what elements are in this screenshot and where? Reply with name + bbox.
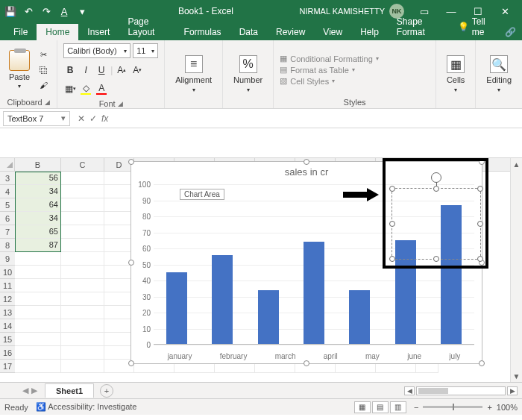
cell[interactable]	[104, 306, 134, 319]
tab-nav-prev-icon[interactable]: ◀	[22, 386, 28, 395]
underline-button[interactable]: U	[95, 63, 108, 77]
cell[interactable]	[61, 319, 104, 333]
cell[interactable]	[61, 212, 104, 225]
bold-button[interactable]: B	[63, 63, 77, 77]
format-as-table-button[interactable]: ▤Format as Table ▾	[280, 65, 379, 75]
zoom-in-button[interactable]: +	[487, 403, 491, 412]
worksheet[interactable]: BCDEFGHIJKL 34567891011121314151617 5634…	[0, 158, 522, 382]
cell[interactable]	[15, 292, 61, 306]
cell[interactable]	[104, 225, 134, 239]
row-header-14[interactable]: 14	[0, 319, 15, 333]
tab-insert[interactable]: Insert	[78, 24, 119, 40]
conditional-formatting-button[interactable]: ▦Conditional Formatting ▾	[280, 54, 379, 63]
grow-font-button[interactable]: A▴	[115, 63, 128, 77]
tab-formulas[interactable]: Formulas	[175, 24, 230, 40]
shrink-font-button[interactable]: A▾	[130, 63, 144, 77]
fill-color-button[interactable]: ◇	[79, 82, 92, 95]
cell[interactable]	[15, 266, 61, 279]
row-header-11[interactable]: 11	[0, 279, 15, 292]
cut-button[interactable]: ✂	[36, 48, 51, 62]
cell[interactable]	[104, 292, 134, 306]
row-header-17[interactable]: 17	[0, 360, 15, 373]
cell[interactable]	[104, 266, 134, 279]
tab-shape-format[interactable]: Shape Format	[388, 13, 449, 40]
font-color-button[interactable]: A	[95, 82, 108, 95]
accessibility-status[interactable]: ♿ Accessibility: Investigate	[36, 402, 137, 412]
row-header-7[interactable]: 7	[0, 225, 15, 239]
scroll-right-icon[interactable]: ▶	[507, 386, 518, 395]
zoom-slider[interactable]	[423, 406, 482, 408]
cell[interactable]	[15, 360, 61, 373]
cell[interactable]	[15, 319, 61, 333]
normal-view-button[interactable]: ▦	[354, 401, 371, 413]
page-layout-view-button[interactable]: ▤	[372, 401, 389, 413]
cell[interactable]: 34	[15, 212, 61, 225]
cell[interactable]	[104, 346, 134, 360]
col-header-B[interactable]: B	[15, 158, 61, 171]
cell[interactable]	[61, 360, 104, 373]
chart-bar[interactable]	[212, 255, 233, 345]
tab-page-layout[interactable]: Page Layout	[119, 13, 174, 40]
zoom-out-button[interactable]: −	[414, 403, 418, 412]
row-header-12[interactable]: 12	[0, 292, 15, 306]
clipboard-launcher[interactable]: ◢	[45, 98, 50, 106]
cell[interactable]	[61, 266, 104, 279]
cell[interactable]	[104, 333, 134, 346]
copy-button[interactable]: ⿻	[36, 63, 51, 77]
row-header-8[interactable]: 8	[0, 239, 15, 252]
redo-icon[interactable]: ↷	[40, 5, 52, 17]
share-button[interactable]: 🔗	[499, 24, 522, 40]
name-box[interactable]: TextBox 7▾	[3, 111, 70, 126]
row-header-3[interactable]: 3	[0, 172, 15, 185]
row-header-6[interactable]: 6	[0, 212, 15, 225]
cell[interactable]	[104, 319, 134, 333]
scroll-left-icon[interactable]: ◀	[404, 386, 415, 395]
cell[interactable]	[104, 198, 134, 212]
chart-bar[interactable]	[258, 290, 279, 345]
scroll-up-icon[interactable]: ▲	[511, 158, 522, 170]
cell[interactable]	[61, 252, 104, 266]
cell[interactable]	[61, 292, 104, 306]
cancel-formula-icon[interactable]: ✕	[78, 113, 85, 124]
cell[interactable]	[104, 279, 134, 292]
vertical-scrollbar[interactable]: ▲ ▼	[510, 158, 522, 382]
select-all-corner[interactable]	[0, 158, 15, 172]
cell[interactable]	[61, 198, 104, 212]
cell[interactable]	[15, 279, 61, 292]
cell[interactable]	[15, 346, 61, 360]
tab-home[interactable]: Home	[37, 24, 78, 40]
row-header-15[interactable]: 15	[0, 333, 15, 346]
scroll-down-icon[interactable]: ▼	[511, 370, 522, 382]
cells-button[interactable]: ▦Cells▾	[442, 52, 469, 96]
borders-button[interactable]: ▦▾	[63, 82, 77, 95]
cell[interactable]: 64	[15, 198, 61, 212]
font-color-qat-icon[interactable]: A	[58, 5, 70, 17]
tab-review[interactable]: Review	[267, 24, 314, 40]
tab-nav-next-icon[interactable]: ▶	[31, 386, 37, 395]
horizontal-scrollbar[interactable]: ◀ ▶	[404, 386, 522, 395]
alignment-button[interactable]: ≡Alignment▾	[171, 52, 216, 96]
tell-me[interactable]: 💡Tell me	[449, 13, 499, 40]
qat-dropdown-icon[interactable]: ▾	[76, 5, 88, 17]
zoom-control[interactable]: − + 100%	[414, 403, 518, 412]
tab-help[interactable]: Help	[351, 24, 388, 40]
format-painter-button[interactable]: 🖌	[36, 78, 51, 92]
cell[interactable]	[15, 333, 61, 346]
row-header-4[interactable]: 4	[0, 185, 15, 198]
tab-data[interactable]: Data	[230, 24, 267, 40]
cell[interactable]: 65	[15, 225, 61, 239]
cell[interactable]	[61, 279, 104, 292]
formula-input[interactable]	[113, 111, 522, 126]
cell-styles-button[interactable]: ▧Cell Styles ▾	[280, 76, 379, 86]
chart-bar[interactable]	[349, 290, 370, 345]
cell[interactable]	[104, 185, 134, 198]
row-header-16[interactable]: 16	[0, 346, 15, 360]
cell[interactable]	[104, 212, 134, 225]
cell[interactable]: 56	[15, 172, 61, 185]
font-family-combo[interactable]: Calibri (Body)▾	[63, 43, 130, 58]
cell[interactable]	[61, 333, 104, 346]
font-launcher[interactable]: ◢	[118, 100, 123, 107]
number-button[interactable]: %Number▾	[229, 52, 267, 96]
sheet-tab[interactable]: Sheet1	[45, 383, 94, 398]
paste-button[interactable]: Paste ▾	[6, 48, 33, 91]
